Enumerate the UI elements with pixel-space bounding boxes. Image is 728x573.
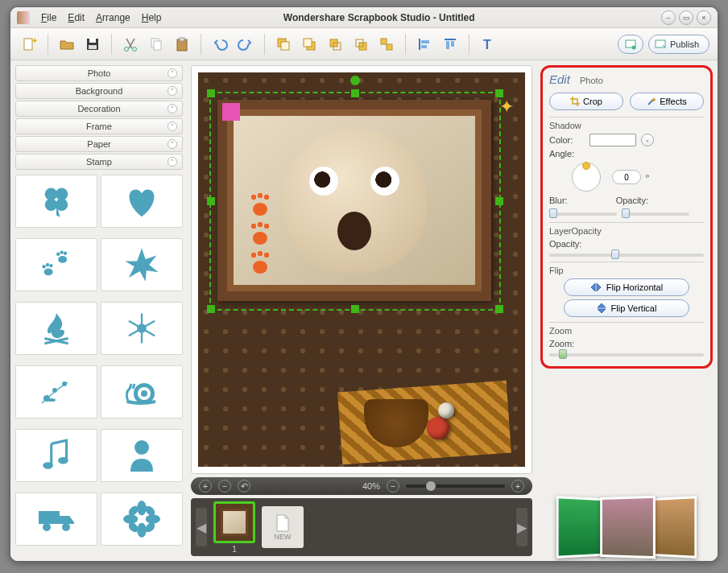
accordion-paper[interactable]: Paper⌃ xyxy=(15,136,183,152)
blur-slider[interactable] xyxy=(549,212,617,216)
preview-button[interactable] xyxy=(618,35,643,54)
resize-handle-s[interactable] xyxy=(351,305,359,313)
crop-button[interactable]: Crop xyxy=(549,93,623,110)
accordion-decoration[interactable]: Decoration⌃ xyxy=(15,101,183,117)
zoom-out-icon[interactable]: − xyxy=(218,480,231,493)
stamp-flower-branch[interactable] xyxy=(15,365,97,418)
accordion-frame[interactable]: Frame⌃ xyxy=(15,118,183,134)
menu-file[interactable]: File xyxy=(41,12,56,23)
angle-dial[interactable] xyxy=(572,163,601,192)
stamp-clover[interactable] xyxy=(15,175,97,228)
save-button[interactable] xyxy=(82,34,103,55)
stamp-person[interactable] xyxy=(101,429,183,482)
svg-point-58 xyxy=(146,514,160,524)
minimize-button[interactable]: – xyxy=(661,10,676,25)
layer-opacity-group: LayerOpacity Opacity: xyxy=(549,222,704,257)
layer-heading: LayerOpacity xyxy=(549,226,704,236)
chevron-up-icon: ⌃ xyxy=(168,157,177,167)
zoom-in-icon[interactable]: + xyxy=(199,480,212,493)
shadow-heading: Shadow xyxy=(549,121,704,130)
resize-handle-w[interactable] xyxy=(207,197,215,205)
zoom-reset-icon[interactable]: ↶ xyxy=(238,480,250,493)
text-button[interactable]: T xyxy=(478,34,498,55)
stamp-truck[interactable] xyxy=(15,493,97,546)
copy-button[interactable] xyxy=(146,34,167,55)
stamp-snowflake[interactable] xyxy=(101,302,183,355)
paste-button[interactable] xyxy=(172,34,192,55)
canvas[interactable]: ✦ xyxy=(191,65,532,474)
zoom-minus-button[interactable]: − xyxy=(387,480,399,493)
svg-point-29 xyxy=(45,188,57,200)
group-button[interactable] xyxy=(376,34,397,55)
menu-edit[interactable]: Edit xyxy=(68,12,85,23)
resize-handle-se[interactable] xyxy=(495,305,503,313)
redo-button[interactable] xyxy=(235,34,256,55)
undo-button[interactable] xyxy=(209,34,230,55)
resize-handle-sw[interactable] xyxy=(207,305,215,313)
menu-help[interactable]: Help xyxy=(142,12,162,23)
stamp-flower[interactable] xyxy=(101,493,183,546)
strip-next-button[interactable]: ▶ xyxy=(516,508,527,546)
accordion-photo[interactable]: Photo⌃ xyxy=(15,65,183,81)
flip-vertical-button[interactable]: Flip Vertical xyxy=(564,299,689,317)
resize-handle-n[interactable] xyxy=(351,89,359,97)
page-thumbnail-1[interactable] xyxy=(213,501,255,543)
flip-horizontal-button[interactable]: Flip Horizontal xyxy=(564,278,689,296)
layer-opacity-label: Opacity: xyxy=(549,239,581,249)
strip-prev-button[interactable]: ◀ xyxy=(196,508,207,546)
angle-input[interactable] xyxy=(612,170,641,184)
photo-zoom-slider[interactable] xyxy=(549,353,704,357)
flip-heading: Flip xyxy=(549,266,704,275)
accordion-stamp[interactable]: Stamp⌃ xyxy=(15,154,183,170)
svg-point-34 xyxy=(42,265,45,268)
stamp-heart[interactable] xyxy=(101,175,183,228)
svg-point-50 xyxy=(58,457,68,464)
window-buttons: – ▭ × xyxy=(661,10,711,25)
cut-button[interactable] xyxy=(120,34,141,55)
stamp-music-note[interactable] xyxy=(15,429,97,482)
svg-rect-22 xyxy=(421,45,427,48)
rotate-handle[interactable] xyxy=(350,76,360,85)
layer-opacity-slider[interactable] xyxy=(549,254,704,257)
effects-button[interactable]: Effects xyxy=(630,93,704,110)
shadow-color-swatch[interactable] xyxy=(589,134,636,146)
maximize-button[interactable]: ▭ xyxy=(679,10,693,25)
align-top-button[interactable] xyxy=(440,34,461,55)
backward-button[interactable] xyxy=(350,34,371,55)
flip-group: Flip Flip Horizontal Flip Vertical xyxy=(549,262,704,317)
template-preview-strip xyxy=(539,461,714,558)
resize-handle-ne[interactable] xyxy=(495,89,503,97)
flip-horizontal-icon xyxy=(590,282,602,292)
svg-point-37 xyxy=(58,256,67,263)
app-window: File Edit Arrange Help Wondershare Scrap… xyxy=(10,6,718,562)
stamp-campfire[interactable] xyxy=(15,302,97,355)
stamp-pawprints[interactable] xyxy=(15,238,97,291)
svg-point-57 xyxy=(123,514,138,524)
chevron-up-icon: ⌃ xyxy=(168,139,177,149)
bring-front-button[interactable] xyxy=(273,34,294,55)
zoom-slider[interactable] xyxy=(406,484,505,488)
forward-button[interactable] xyxy=(325,34,345,55)
resize-handle-e[interactable] xyxy=(495,197,503,205)
scrapbook-page: ✦ xyxy=(198,72,525,467)
color-dropdown-button[interactable]: ⌄ xyxy=(641,134,654,146)
accordion-background[interactable]: Background⌃ xyxy=(15,83,183,99)
white-button-decoration xyxy=(438,402,454,418)
align-left-button[interactable] xyxy=(414,34,435,55)
close-button[interactable]: × xyxy=(697,10,711,25)
selection-box[interactable] xyxy=(209,92,501,311)
new-file-button[interactable]: ✦ xyxy=(19,34,39,55)
open-button[interactable] xyxy=(56,34,77,55)
shadow-opacity-slider[interactable] xyxy=(622,212,689,216)
stamp-starburst[interactable] xyxy=(101,238,183,291)
menu-arrange[interactable]: Arrange xyxy=(96,12,130,23)
new-page-button[interactable]: NEW xyxy=(262,506,304,548)
publish-button[interactable]: Publish xyxy=(648,35,709,54)
svg-point-35 xyxy=(46,263,49,266)
svg-rect-23 xyxy=(446,41,449,49)
stamp-snail[interactable] xyxy=(101,365,183,418)
svg-rect-8 xyxy=(154,41,161,50)
send-back-button[interactable] xyxy=(299,34,320,55)
resize-handle-nw[interactable] xyxy=(207,89,215,97)
zoom-plus-button[interactable]: + xyxy=(511,480,524,493)
